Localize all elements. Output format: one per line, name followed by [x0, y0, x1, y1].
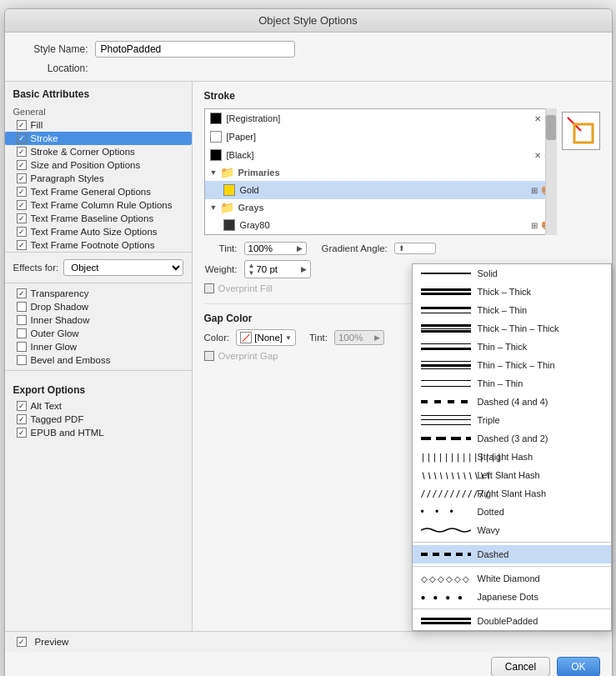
- cancel-button[interactable]: Cancel: [491, 657, 550, 676]
- type-option-double-padded[interactable]: DoublePadded: [413, 612, 611, 630]
- stroke-checkbox[interactable]: [17, 133, 27, 143]
- bevel-emboss-checkbox[interactable]: [17, 355, 27, 365]
- color-gray80[interactable]: Gray80 ⊞ 🎨: [205, 216, 556, 234]
- type-label-thin-thin: Thin – Thin: [478, 378, 523, 388]
- inner-glow-item[interactable]: Inner Glow: [5, 340, 192, 353]
- color-registration[interactable]: [Registration] ✕ ⊞: [205, 109, 556, 128]
- color-black[interactable]: [Black] ✕ ⊞: [205, 146, 556, 164]
- epub-html-item[interactable]: EPUB and HTML: [5, 426, 192, 439]
- type-label-thin-thick: Thin – Thick: [478, 342, 528, 352]
- alt-text-item[interactable]: Alt Text: [5, 399, 192, 413]
- gap-tint-value: 100%: [338, 333, 363, 343]
- overprint-fill-checkbox[interactable]: [204, 283, 214, 293]
- color-paper[interactable]: [Paper]: [205, 128, 556, 146]
- text-frame-footnote-item[interactable]: Text Frame Footnote Options: [5, 238, 192, 252]
- type-option-white-diamond[interactable]: ◇◇◇◇◇◇ White Diamond: [413, 569, 611, 588]
- type-option-left-slant-hash[interactable]: \\\\\\\\\\\\ Left Slant Hash: [413, 466, 611, 484]
- type-option-thick-thin-thick[interactable]: Thick – Thin – Thick: [413, 319, 611, 338]
- transparency-checkbox[interactable]: [17, 288, 27, 298]
- type-option-wavy[interactable]: Wavy: [413, 521, 611, 539]
- style-name-input[interactable]: [95, 41, 295, 58]
- fill-item[interactable]: Fill: [5, 118, 192, 132]
- text-frame-autosize-item[interactable]: Text Frame Auto Size Options: [5, 225, 192, 238]
- grays-group[interactable]: ▼ 📁 Grays: [205, 199, 556, 216]
- drop-shadow-checkbox[interactable]: [17, 302, 27, 312]
- tagged-pdf-checkbox[interactable]: [17, 414, 27, 424]
- type-option-thin-thin[interactable]: Thin – Thin: [413, 374, 611, 393]
- stroke-corner-checkbox[interactable]: [17, 147, 27, 157]
- type-option-dashed3[interactable]: Dashed (3 and 2): [413, 429, 611, 448]
- tint-control[interactable]: 100% ▶: [244, 242, 307, 255]
- text-frame-column-item[interactable]: Text Frame Column Rule Options: [5, 198, 192, 212]
- type-option-thin-thick[interactable]: Thin – Thick: [413, 338, 611, 356]
- none-swatch-icon: [240, 332, 252, 343]
- size-position-label: Size and Position Options: [31, 160, 141, 170]
- alt-text-checkbox[interactable]: [17, 401, 27, 411]
- inner-glow-checkbox[interactable]: [17, 342, 27, 352]
- type-option-japanese-dots[interactable]: ● ● ● ● Japanese Dots: [413, 588, 611, 606]
- type-option-dotted[interactable]: • • • Dotted: [413, 503, 611, 521]
- bevel-emboss-item[interactable]: Bevel and Emboss: [5, 353, 192, 367]
- color-list-scrollbar[interactable]: [545, 108, 557, 235]
- stroke-corner-label: Stroke & Corner Options: [31, 147, 135, 157]
- text-frame-footnote-checkbox[interactable]: [17, 240, 27, 250]
- main-content: Basic Attributes General Fill Stroke Str…: [5, 81, 612, 648]
- type-label-dashed-selected: Dashed: [478, 549, 509, 559]
- outer-glow-item[interactable]: Outer Glow: [5, 327, 192, 340]
- type-option-triple[interactable]: Triple: [413, 411, 611, 429]
- type-option-dashed4[interactable]: Dashed (4 and 4): [413, 393, 611, 411]
- text-frame-baseline-checkbox[interactable]: [17, 213, 27, 223]
- drop-shadow-item[interactable]: Drop Shadow: [5, 300, 192, 313]
- thick-thin-thick-top-icon: [421, 324, 471, 327]
- text-frame-column-label: Text Frame Column Rule Options: [31, 200, 173, 210]
- gradient-angle-control[interactable]: ⬆: [394, 243, 436, 254]
- type-label-right-slant-hash: Right Slant Hash: [478, 488, 547, 498]
- epub-html-checkbox[interactable]: [17, 428, 27, 438]
- thick-thin-thick-bot-icon: [421, 330, 471, 333]
- stroke-corner-item[interactable]: Stroke & Corner Options: [5, 145, 192, 158]
- size-position-item[interactable]: Size and Position Options: [5, 158, 192, 172]
- transparency-item[interactable]: Transparency: [5, 287, 192, 300]
- gap-tint-control[interactable]: 100% ▶: [334, 330, 384, 345]
- overprint-gap-checkbox[interactable]: [204, 351, 214, 361]
- color-gold[interactable]: Gold ⊞ 🎨: [205, 181, 556, 199]
- inner-shadow-item[interactable]: Inner Shadow: [5, 313, 192, 327]
- tint-chevron-icon: ▶: [297, 244, 303, 253]
- type-option-dashed-selected[interactable]: Dashed: [413, 545, 611, 563]
- black-swatch: [210, 149, 222, 161]
- type-option-right-slant-hash[interactable]: //////////// Right Slant Hash: [413, 484, 611, 503]
- text-frame-autosize-checkbox[interactable]: [17, 227, 27, 237]
- size-position-checkbox[interactable]: [17, 160, 27, 170]
- outer-glow-checkbox[interactable]: [17, 328, 27, 338]
- tagged-pdf-item[interactable]: Tagged PDF: [5, 413, 192, 426]
- text-frame-general-checkbox[interactable]: [17, 187, 27, 197]
- tint-label: Tint:: [204, 243, 238, 253]
- scrollbar-thumb: [546, 115, 556, 140]
- type-option-thick-thick[interactable]: Thick – Thick: [413, 283, 611, 301]
- export-section: Export Options Alt Text Tagged PDF EPUB …: [5, 370, 192, 443]
- paragraph-item[interactable]: Paragraph Styles: [5, 172, 192, 185]
- primaries-group[interactable]: ▼ 📁 Primaries: [205, 164, 556, 181]
- fill-checkbox[interactable]: [17, 120, 27, 130]
- preview-checkbox[interactable]: [17, 637, 27, 647]
- weight-control[interactable]: ▲▼ 70 pt ▶: [244, 260, 311, 278]
- double-padded-top-icon: [421, 618, 471, 620]
- stroke-preview-icon: [566, 116, 596, 146]
- type-option-thick-thin[interactable]: Thick – Thin: [413, 301, 611, 319]
- type-label-dashed4: Dashed (4 and 4): [478, 397, 548, 407]
- type-option-thin-thick-thin[interactable]: Thin – Thick – Thin: [413, 356, 611, 374]
- thin-thick-thin-mid-icon: [421, 364, 471, 367]
- inner-shadow-checkbox[interactable]: [17, 315, 27, 325]
- text-frame-general-item[interactable]: Text Frame General Options: [5, 185, 192, 198]
- text-frame-column-checkbox[interactable]: [17, 200, 27, 210]
- effects-select[interactable]: Object: [63, 259, 183, 276]
- text-frame-baseline-item[interactable]: Text Frame Baseline Options: [5, 212, 192, 225]
- ok-button[interactable]: OK: [557, 657, 599, 676]
- stroke-item[interactable]: Stroke: [5, 132, 192, 145]
- gap-color-select[interactable]: [None] ▼: [236, 329, 296, 346]
- type-option-solid[interactable]: Solid: [413, 264, 611, 283]
- dotted-icon: • • •: [421, 506, 458, 518]
- dashed4-icon: [421, 400, 471, 403]
- paragraph-checkbox[interactable]: [17, 173, 27, 183]
- type-option-straight-hash[interactable]: |||||||||||||| Straight Hash: [413, 448, 611, 466]
